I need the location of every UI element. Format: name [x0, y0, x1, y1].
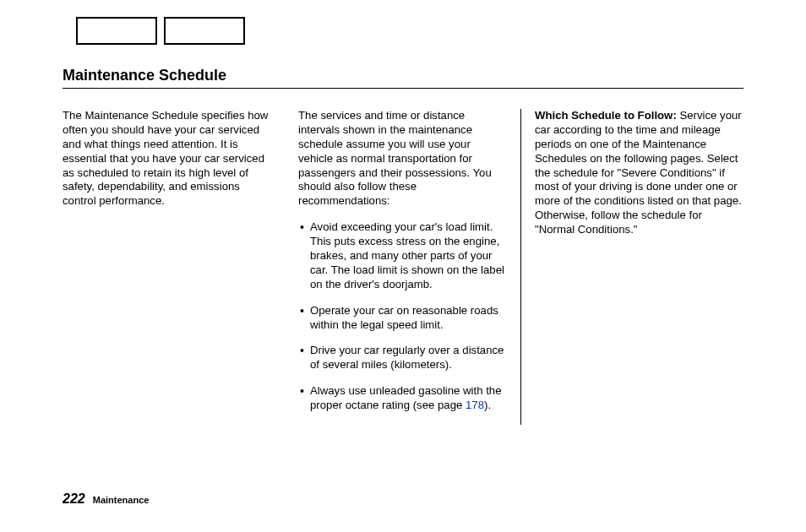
page-number: 222 — [63, 491, 85, 506]
col2-intro: The services and time or distance interv… — [298, 109, 507, 209]
col3-paragraph: Which Schedule to Follow: Service your c… — [535, 109, 743, 237]
nav-box-next[interactable] — [164, 17, 245, 45]
bullet-item: Drive your car regularly over a distance… — [298, 344, 507, 372]
bullet4-post: ). — [484, 399, 491, 411]
bullet-item: Always use unleaded gasoline with the pr… — [298, 384, 507, 413]
bullet-item: Avoid exceeding your car's load limit. T… — [298, 220, 507, 291]
page-title: Maintenance Schedule — [63, 67, 743, 84]
title-rule — [63, 88, 743, 89]
col3-body: Service your car according to the time a… — [535, 109, 742, 236]
columns: The Maintenance Schedule specifies how o… — [63, 109, 743, 425]
page-link-178[interactable]: 178 — [466, 399, 484, 411]
col2-bullets: Avoid exceeding your car's load limit. T… — [298, 220, 507, 413]
nav-boxes — [76, 17, 743, 45]
column-1: The Maintenance Schedule specifies how o… — [63, 109, 285, 425]
column-2: The services and time or distance interv… — [285, 109, 521, 425]
footer: 222 Maintenance — [63, 491, 149, 507]
bullet-item: Operate your car on reasonable roads wit… — [298, 304, 507, 333]
col3-heading: Which Schedule to Follow: — [535, 109, 677, 122]
nav-box-prev[interactable] — [76, 17, 157, 45]
footer-section: Maintenance — [93, 495, 150, 505]
column-3: Which Schedule to Follow: Service your c… — [521, 109, 743, 425]
col1-paragraph: The Maintenance Schedule specifies how o… — [63, 109, 271, 209]
